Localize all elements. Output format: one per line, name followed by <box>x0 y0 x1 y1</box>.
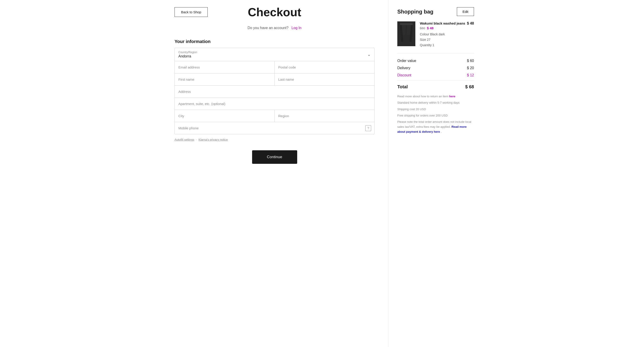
mobile-phone-field[interactable] <box>175 122 365 134</box>
last-name-field[interactable] <box>275 73 374 85</box>
email-field[interactable] <box>175 61 275 73</box>
country-select[interactable]: Country/Region Andorra ⌄ <box>175 48 374 61</box>
product-subtotal: $ 48 <box>467 21 474 25</box>
order-value-row: Order value $ 60 <box>397 59 474 63</box>
chevron-down-icon: ⌄ <box>367 52 371 57</box>
email-postal-row <box>175 61 374 73</box>
delivery-info: Standard home delivery within 5-7 workin… <box>397 100 474 105</box>
footer-links: Autofill settings · Klarna's privacy not… <box>174 138 374 141</box>
privacy-notice-link[interactable]: Klarna's privacy notice <box>198 138 228 141</box>
return-info: Read more about how to return an item he… <box>397 94 474 99</box>
login-link[interactable]: Log In <box>292 26 302 30</box>
tax-notice: Please note the total order amount does … <box>397 119 474 134</box>
first-name-field[interactable] <box>175 73 275 85</box>
discount-row: Discount $ 12 <box>397 73 474 77</box>
shopping-bag-header: Shopping bag Edit <box>397 7 474 16</box>
account-notice: Do you have an account? Log In <box>174 26 374 30</box>
free-shipping: Free shipping for orders over 200 USD <box>397 113 474 118</box>
product-meta: Colour Black dark Size 27 Quantity 1 <box>420 32 467 48</box>
city-region-row <box>175 110 374 122</box>
country-label: Country/Region <box>178 51 367 54</box>
autofill-settings-link[interactable]: Autofill settings <box>174 138 194 141</box>
product-details: Wakumi black washed jeans $60 $ 48 Colou… <box>420 21 467 48</box>
info-section: Read more about how to return an item he… <box>397 94 474 134</box>
product-colour: Colour Black dark <box>420 32 467 37</box>
shopping-bag-title: Shopping bag <box>397 8 434 15</box>
delivery-row: Delivery $ 20 <box>397 66 474 70</box>
product-image <box>397 21 415 46</box>
price-original: $60 <box>420 26 425 30</box>
product-size: Size 27 <box>420 37 467 42</box>
postal-code-field[interactable] <box>275 61 374 73</box>
address-field[interactable] <box>175 86 374 98</box>
region-field[interactable] <box>275 110 374 122</box>
mobile-phone-row: ? <box>175 122 374 134</box>
country-value: Andorra <box>178 54 367 58</box>
edit-button[interactable]: Edit <box>457 7 474 16</box>
product-row: Wakumi black washed jeans $60 $ 48 Colou… <box>397 21 474 53</box>
address-row <box>175 86 374 98</box>
mobile-help-icon[interactable]: ? <box>365 125 371 131</box>
return-here-link[interactable]: here <box>449 95 455 98</box>
continue-button[interactable]: Continue <box>252 150 297 164</box>
product-quantity: Quantity 1 <box>420 42 467 48</box>
price-sale: $ 48 <box>427 26 434 30</box>
product-name: Wakumi black washed jeans <box>420 21 467 25</box>
apartment-row <box>175 98 374 110</box>
shipping-cost: Shipping cost 20 USD <box>397 107 474 112</box>
total-row: Total $ 68 <box>397 80 474 89</box>
checkout-title: Checkout <box>248 5 301 19</box>
product-image-svg <box>397 21 415 46</box>
city-field[interactable] <box>175 110 275 122</box>
apartment-field[interactable] <box>175 98 374 110</box>
name-row <box>175 73 374 86</box>
back-to-shop-button[interactable]: Back to Shop <box>174 7 208 17</box>
checkout-form: Country/Region Andorra ⌄ <box>174 48 374 134</box>
your-information-title: Your information <box>174 39 374 44</box>
order-summary: Order value $ 60 Delivery $ 20 Discount … <box>397 59 474 89</box>
svg-rect-1 <box>400 23 413 25</box>
product-price-row: $60 $ 48 <box>420 26 467 30</box>
